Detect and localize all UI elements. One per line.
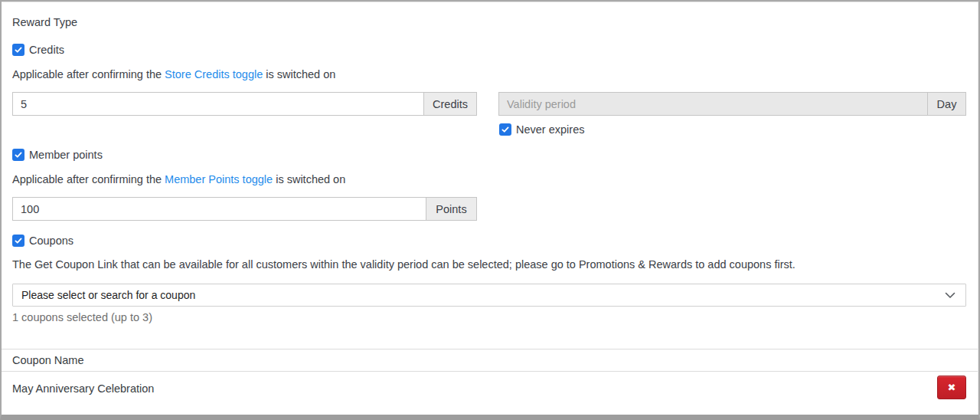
close-icon: ✖ [948, 382, 956, 393]
coupon-select-dropdown[interactable]: Please select or search for a coupon [12, 284, 966, 307]
credits-unit-suffix: Credits [423, 92, 477, 116]
credits-checkbox-label[interactable]: Credits [29, 44, 64, 57]
member-points-amount-group: Points [12, 197, 477, 221]
member-points-checkbox[interactable] [12, 149, 24, 161]
reward-type-label: Reward Type [12, 16, 77, 29]
chevron-down-icon [945, 292, 956, 299]
credits-description-prefix: Applicable after confirming the [12, 68, 165, 80]
coupons-checkbox-label[interactable]: Coupons [29, 235, 74, 248]
credits-amount-input[interactable] [12, 92, 423, 116]
coupons-checkbox[interactable] [12, 235, 24, 247]
member-points-description-prefix: Applicable after confirming the [12, 173, 165, 185]
credits-description-suffix: is switched on [263, 68, 335, 80]
never-expires-checkbox[interactable] [499, 123, 511, 136]
coupon-row-name: May Anniversary Celebration [12, 382, 154, 395]
never-expires-label[interactable]: Never expires [516, 123, 584, 136]
reward-settings-panel: Reward Type Credits Applicable after con… [0, 0, 980, 420]
coupon-table-header: Coupon Name [12, 354, 84, 367]
credits-checkbox[interactable] [12, 44, 24, 56]
coupons-description: The Get Coupon Link that can be availabl… [12, 258, 795, 271]
store-credits-toggle-link[interactable]: Store Credits toggle [165, 68, 263, 80]
table-top-border [0, 349, 980, 349]
checkmark-icon [14, 236, 23, 245]
validity-unit-suffix: Day [927, 92, 966, 116]
coupons-selected-count: 1 coupons selected (up to 3) [12, 311, 152, 324]
checkmark-icon [501, 125, 510, 134]
delete-coupon-button[interactable]: ✖ [937, 376, 966, 399]
validity-period-group: Day [498, 92, 966, 116]
checkmark-icon [14, 150, 23, 159]
member-points-description-suffix: is switched on [273, 173, 345, 185]
member-points-toggle-link[interactable]: Member Points toggle [165, 173, 273, 185]
coupon-select-placeholder: Please select or search for a coupon [13, 289, 945, 301]
member-points-unit-suffix: Points [426, 197, 477, 221]
validity-period-input[interactable] [498, 92, 927, 116]
credits-description: Applicable after confirming the Store Cr… [12, 68, 335, 81]
checkmark-icon [14, 45, 23, 54]
credits-amount-group: Credits [12, 92, 477, 116]
member-points-checkbox-label[interactable]: Member points [29, 149, 103, 162]
table-header-border [0, 371, 980, 372]
member-points-description: Applicable after confirming the Member P… [12, 173, 345, 186]
member-points-amount-input[interactable] [12, 197, 426, 221]
